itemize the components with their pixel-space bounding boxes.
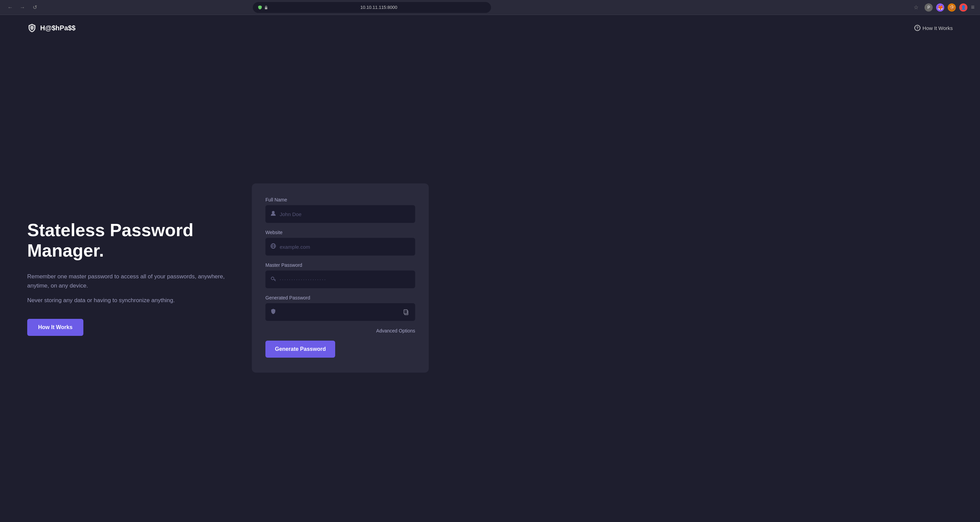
svg-point-5 (271, 277, 274, 280)
address-bar-icons (258, 5, 269, 10)
url-text: 10.10.11.115:8000 (271, 5, 486, 10)
copy-password-button[interactable] (401, 308, 410, 317)
question-mark-icon: ? (914, 25, 920, 31)
reload-button[interactable]: ↺ (30, 3, 40, 12)
browser-chrome: ← → ↺ 10.10.11.115:8000 ☆ P 🦊 🍪 👤 ≡ (0, 0, 980, 15)
address-bar[interactable]: 10.10.11.115:8000 (253, 2, 491, 13)
full-name-group: Full Name (266, 197, 415, 223)
how-it-works-nav-label: How It Works (923, 25, 953, 31)
generated-password-group: Generated Password (266, 295, 415, 321)
cookie-icon[interactable]: 🍪 (948, 3, 956, 11)
logo-text: H@$hPa$$ (40, 24, 76, 32)
hero-description-1: Remember one master password to access a… (27, 272, 231, 290)
master-password-input-wrapper (266, 271, 415, 288)
browser-nav-buttons: ← → ↺ (5, 3, 40, 12)
master-password-group: Master Password (266, 263, 415, 288)
website-label: Website (266, 230, 415, 235)
lock-icon (264, 5, 269, 10)
pocket-icon[interactable]: P (924, 3, 933, 11)
user-avatar-icon[interactable]: 👤 (959, 3, 967, 11)
extension-purple-icon[interactable]: 🦊 (936, 3, 944, 11)
hero-title: Stateless Password Manager. (27, 220, 231, 261)
generate-password-button[interactable]: Generate Password (266, 341, 335, 358)
logo-area: H@$hPa$$ (27, 23, 76, 33)
svg-rect-0 (265, 7, 267, 9)
master-password-input[interactable] (280, 271, 410, 288)
person-icon (270, 210, 276, 218)
main-content: Stateless Password Manager. Remember one… (0, 41, 980, 522)
globe-icon (270, 243, 276, 250)
key-icon (270, 275, 276, 283)
svg-point-1 (272, 211, 275, 214)
form-card: Full Name Website (252, 183, 429, 372)
generated-shield-icon (270, 308, 276, 316)
full-name-input-wrapper (266, 205, 415, 223)
back-button[interactable]: ← (5, 3, 15, 12)
how-it-works-button[interactable]: How It Works (27, 319, 83, 336)
generated-password-wrapper (266, 303, 415, 321)
website-group: Website (266, 230, 415, 256)
hero-description-2: Never storing any data or having to sync… (27, 296, 231, 305)
how-it-works-nav-link[interactable]: ? How It Works (914, 25, 953, 31)
browser-menu-icon[interactable]: ≡ (971, 4, 975, 11)
advanced-options-area: Advanced Options (266, 328, 415, 334)
generated-password-label: Generated Password (266, 295, 415, 301)
hero-section: Stateless Password Manager. Remember one… (27, 220, 231, 336)
nav-header: H@$hPa$$ ? How It Works (0, 15, 980, 41)
browser-toolbar-right: ☆ P 🦊 🍪 👤 ≡ (914, 3, 975, 11)
forward-button[interactable]: → (18, 3, 27, 12)
website-input-wrapper (266, 238, 415, 256)
bookmark-star-icon[interactable]: ☆ (914, 4, 918, 11)
svg-rect-7 (404, 310, 407, 314)
security-shield-icon (258, 5, 262, 10)
master-password-label: Master Password (266, 263, 415, 268)
website-input[interactable] (280, 238, 410, 256)
full-name-label: Full Name (266, 197, 415, 202)
full-name-input[interactable] (280, 205, 410, 223)
app-wrapper: H@$hPa$$ ? How It Works Stateless Passwo… (0, 15, 980, 522)
advanced-options-link[interactable]: Advanced Options (376, 328, 415, 334)
logo-shield-icon (27, 23, 37, 33)
